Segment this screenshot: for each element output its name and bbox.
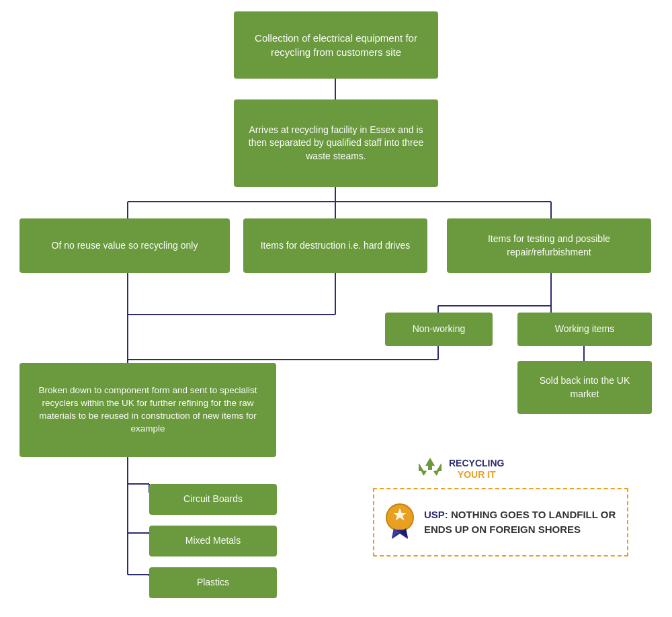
- box-destruction: Items for destruction i.e. hard drives: [243, 218, 427, 273]
- box-broken-down: Broken down to component form and sent t…: [19, 363, 276, 457]
- recycling-icon: [417, 456, 444, 483]
- box-sold-back: Sold back into the UK market: [517, 361, 652, 414]
- medal-icon: [384, 499, 416, 546]
- flowchart: Collection of electrical equipment for r…: [0, 0, 672, 617]
- usp-box: USP: NOTHING GOES TO LANDFILL OR ENDS UP…: [373, 488, 628, 557]
- box-working: Working items: [517, 313, 652, 346]
- box-collection: Collection of electrical equipment for r…: [234, 11, 438, 79]
- box-plastics: Plastics: [149, 567, 277, 598]
- box-arrives: Arrives at recycling facility in Essex a…: [234, 99, 438, 187]
- recycling-logo: RECYCLING YOUR IT: [417, 456, 504, 483]
- box-testing: Items for testing and possible repair/re…: [447, 218, 651, 273]
- box-mixed-metals: Mixed Metals: [149, 526, 277, 557]
- box-no-reuse: Of no reuse value so recycling only: [19, 218, 230, 273]
- box-circuit-boards: Circuit Boards: [149, 484, 277, 515]
- medal-svg: [384, 499, 416, 539]
- box-non-working: Non-working: [385, 313, 493, 346]
- usp-text: USP: NOTHING GOES TO LANDFILL OR ENDS UP…: [424, 507, 616, 538]
